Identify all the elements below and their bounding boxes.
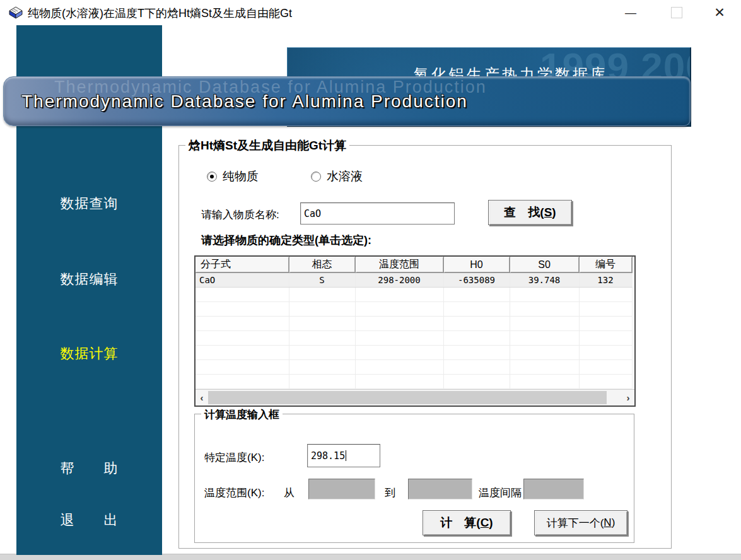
table-row-empty [195, 288, 632, 302]
calculate-button-label-end: ) [489, 516, 493, 530]
table-row-empty [195, 317, 632, 331]
sidebar-item-exit[interactable]: 退 出 [16, 511, 162, 530]
temperature-groupbox-title: 计算温度输入框 [201, 407, 283, 422]
specific-temp-input[interactable]: 298.15 [307, 444, 380, 467]
radio-pure-substance[interactable]: 纯物质 [207, 168, 259, 185]
radio-pure-icon [207, 172, 217, 182]
radio-selected-dot [210, 175, 214, 178]
table-horizontal-scrollbar[interactable]: ‹ › [195, 389, 634, 405]
col-header-formula[interactable]: 分子式 [195, 257, 289, 273]
maximize-button[interactable] [667, 4, 686, 21]
temp-from-input [308, 479, 375, 499]
title-bar: 纯物质(水溶液)在温度T下的焓Ht熵St及生成自由能Gt — ✕ [0, 0, 741, 25]
search-button-label-end: ) [552, 206, 556, 219]
close-icon: ✕ [714, 5, 725, 20]
cell-phase: S [289, 273, 355, 288]
specific-temp-label: 特定温度(K): [204, 450, 264, 465]
scroll-right-arrow-icon[interactable]: › [622, 390, 634, 405]
substance-table: 分子式 相态 温度范围 H0 S0 编号 CaO S 298-2000 -635… [194, 255, 636, 407]
cell-s0: 39.748 [510, 273, 579, 288]
scrollbar-track [607, 390, 622, 405]
scrollbar-thumb[interactable] [208, 391, 607, 404]
table-row-cao[interactable]: CaO S 298-2000 -635089 39.748 132 [195, 273, 632, 288]
table-row-empty [195, 360, 632, 375]
interval-label: 温度间隔 [479, 486, 522, 500]
sidebar-item-data-edit[interactable]: 数据编辑 [16, 270, 162, 289]
app-book-icon [8, 5, 23, 20]
calculate-next-label-end: ) [612, 516, 616, 529]
substance-type-radios: 纯物质 水溶液 [207, 168, 407, 185]
app-window: { "window": { "title": "纯物质(水溶液)在温度T下的焓H… [0, 0, 741, 560]
table-row-empty [195, 375, 632, 389]
text-cursor [346, 450, 346, 461]
table-row-empty [195, 331, 632, 346]
substance-name-label: 请输入物质名称: [201, 207, 279, 222]
select-type-label: 请选择物质的确定类型(单击选定): [201, 233, 371, 248]
radio-aqueous-icon [311, 172, 321, 182]
col-header-id[interactable]: 编号 [579, 257, 632, 273]
search-button-label: 查 找( [504, 204, 544, 221]
calc-groupbox: 焓Ht熵St及生成自由能Gt计算 纯物质 水溶液 请输入物质名称: CaO 查 … [178, 145, 672, 549]
col-header-phase[interactable]: 相态 [289, 257, 355, 273]
maximize-icon [671, 7, 682, 18]
table-row-empty [195, 346, 632, 360]
table-row-empty [195, 302, 632, 317]
calculate-next-button[interactable]: 计算下一个(N) [534, 510, 627, 535]
sidebar-item-data-query[interactable]: 数据查询 [16, 194, 162, 213]
to-label: 到 [385, 486, 395, 500]
substance-name-input[interactable]: CaO [300, 202, 455, 225]
specific-temp-value: 298.15 [311, 450, 345, 462]
cell-h0: -635089 [443, 273, 510, 288]
scroll-left-arrow-icon[interactable]: ‹ [195, 390, 208, 405]
col-header-s0[interactable]: S0 [510, 257, 579, 273]
radio-aqueous-solution[interactable]: 水溶液 [311, 168, 363, 185]
cell-temp-range: 298-2000 [355, 273, 443, 288]
search-button-mnemonic: S [544, 206, 552, 219]
from-label: 从 [284, 486, 295, 500]
temperature-groupbox: 计算温度输入框 特定温度(K): 298.15 温度范围(K): 从 到 温度间… [194, 414, 634, 543]
calculate-button[interactable]: 计 算(C) [423, 510, 511, 535]
calculate-button-mnemonic: C [481, 516, 489, 530]
temp-range-label: 温度范围(K): [204, 486, 264, 500]
col-header-h0[interactable]: H0 [443, 257, 510, 273]
calculate-next-label: 计算下一个( [547, 516, 604, 530]
temp-interval-input [523, 479, 584, 499]
sidebar-item-data-calc[interactable]: 数据计算 [16, 344, 162, 363]
radio-pure-label: 纯物质 [223, 168, 259, 185]
substance-name-value: CaO [304, 208, 321, 219]
banner-ribbon: Thermodynamic Database for Alumina Produ… [3, 76, 691, 126]
window-title: 纯物质(水溶液)在温度T下的焓Ht熵St及生成自由能Gt [28, 6, 292, 21]
minimize-button[interactable]: — [621, 4, 640, 21]
banner-title-en: Thermodynamic Database for Alumina Produ… [21, 91, 468, 112]
search-button[interactable]: 查 找(S) [488, 200, 572, 225]
minimize-icon: — [625, 6, 636, 20]
calculate-button-label: 计 算( [440, 515, 480, 531]
temp-to-input [408, 479, 472, 499]
cell-id: 132 [579, 273, 632, 288]
radio-aqueous-label: 水溶液 [327, 168, 363, 185]
calculate-next-mnemonic: N [604, 516, 611, 529]
close-button[interactable]: ✕ [710, 4, 729, 21]
calc-groupbox-title: 焓Ht熵St及生成自由能Gt计算 [185, 137, 349, 154]
col-header-temp-range[interactable]: 温度范围 [355, 257, 443, 273]
sidebar-item-help[interactable]: 帮 助 [16, 459, 162, 478]
table-header-row: 分子式 相态 温度范围 H0 S0 编号 [195, 257, 632, 273]
cell-formula: CaO [195, 273, 289, 288]
